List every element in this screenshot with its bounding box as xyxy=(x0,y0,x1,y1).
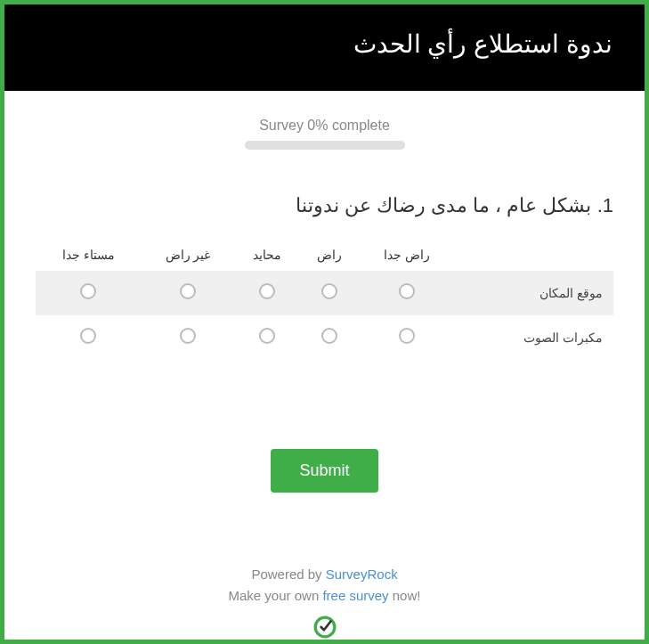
question-number: 1. xyxy=(597,194,613,216)
footer-powered: Powered by SurveyRock xyxy=(22,564,627,585)
radio-0-4[interactable] xyxy=(80,283,96,299)
row-label-0: موقع المكان xyxy=(454,271,613,315)
table-row: مكبرات الصوت xyxy=(36,315,613,360)
footer-powered-prefix: Powered by xyxy=(251,567,325,582)
matrix-col-3: غير راض xyxy=(141,239,234,271)
footer: Powered by SurveyRock Make your own free… xyxy=(22,564,627,644)
surveyrock-logo-icon xyxy=(22,615,627,644)
footer-make: Make your own free survey now! xyxy=(22,585,627,607)
footer-make-prefix: Make your own xyxy=(229,588,323,603)
matrix-header-empty xyxy=(454,239,613,271)
matrix-header-row: راض جدا راض محايد غير راض مستاء جدا xyxy=(36,239,613,271)
survey-title: ندوة استطلاع رأي الحدث xyxy=(353,30,612,58)
matrix-col-4: مستاء جدا xyxy=(36,239,141,271)
footer-make-suffix: now! xyxy=(389,588,421,603)
radio-1-2[interactable] xyxy=(259,328,275,344)
footer-make-link[interactable]: free survey xyxy=(322,588,388,603)
submit-section: Submit xyxy=(22,449,627,493)
progress-section: Survey 0% complete xyxy=(22,118,627,150)
matrix-col-1: راض xyxy=(300,239,360,271)
progress-bar xyxy=(245,141,405,150)
radio-0-2[interactable] xyxy=(259,283,275,299)
survey-frame: ندوة استطلاع رأي الحدث Survey 0% complet… xyxy=(0,0,649,644)
table-row: موقع المكان xyxy=(36,271,613,315)
radio-0-3[interactable] xyxy=(180,283,196,299)
radio-0-1[interactable] xyxy=(321,283,337,299)
survey-header: ندوة استطلاع رأي الحدث xyxy=(4,4,645,91)
footer-powered-link[interactable]: SurveyRock xyxy=(326,567,398,582)
radio-0-0[interactable] xyxy=(399,283,415,299)
radio-1-0[interactable] xyxy=(399,328,415,344)
submit-button[interactable]: Submit xyxy=(271,449,377,493)
question-text: بشكل عام ، ما مدى رضاك عن ندوتنا xyxy=(296,194,592,216)
matrix-col-0: راض جدا xyxy=(360,239,455,271)
progress-label: Survey 0% complete xyxy=(22,118,627,134)
matrix-table: راض جدا راض محايد غير راض مستاء جدا موقع… xyxy=(36,239,613,360)
survey-content: Survey 0% complete 1. بشكل عام ، ما مدى … xyxy=(4,91,645,644)
question-block: 1. بشكل عام ، ما مدى رضاك عن ندوتنا راض … xyxy=(22,194,627,360)
radio-1-1[interactable] xyxy=(321,328,337,344)
row-label-1: مكبرات الصوت xyxy=(454,315,613,360)
radio-1-3[interactable] xyxy=(180,328,196,344)
matrix-col-2: محايد xyxy=(234,239,299,271)
question-title: 1. بشكل عام ، ما مدى رضاك عن ندوتنا xyxy=(36,194,613,217)
radio-1-4[interactable] xyxy=(80,328,96,344)
